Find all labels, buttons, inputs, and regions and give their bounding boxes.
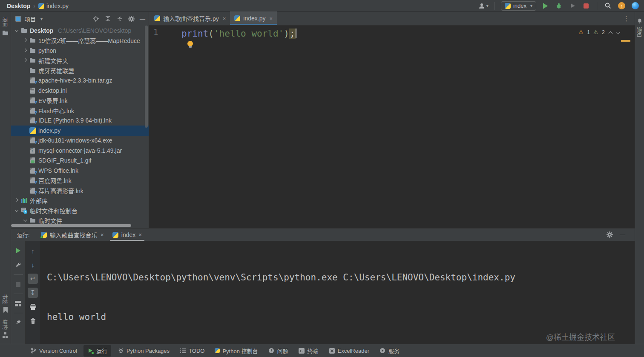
intention-lightbulb-icon[interactable] (187, 41, 193, 46)
tool-stripe-structure[interactable]: 结构 (2, 318, 9, 340)
rerun-button[interactable] (13, 246, 23, 256)
prev-occurrence-button[interactable]: ↑ (28, 246, 38, 256)
tool-stripe-bookmarks[interactable]: 书签 (2, 292, 9, 314)
user-menu[interactable]: ▾ (478, 1, 489, 11)
statusbar-item-problems[interactable]: 问题 (264, 345, 292, 357)
chevron-expanded-icon[interactable] (14, 29, 19, 33)
hide-panel-button[interactable]: — (140, 16, 145, 22)
tree-item[interactable]: ? Flash中心.lnk (11, 106, 149, 116)
tree-item-desktop[interactable]: Desktop C:\Users\LENOVO\Desktop (11, 26, 149, 36)
chevron-collapsed-icon[interactable] (23, 38, 27, 43)
print-button[interactable] (28, 302, 38, 312)
chevron-collapsed-icon[interactable] (14, 198, 19, 203)
statusbar-item-excelreader[interactable]: ExcelReader (325, 346, 373, 356)
breadcrumb-root[interactable]: Desktop (7, 3, 30, 9)
code-semicolon-warning: ; (289, 29, 296, 39)
chevron-collapsed-icon[interactable] (23, 58, 27, 63)
close-icon[interactable]: × (223, 15, 226, 22)
search-icon (604, 2, 612, 9)
statusbar-item-run[interactable]: 运行 (83, 345, 111, 357)
tree-item[interactable]: ? IDLE (Python 3.9 64-bit).lnk (11, 116, 149, 126)
tree-item-label: 临时文件和控制台 (30, 206, 78, 215)
chevron-expanded-icon[interactable] (23, 218, 27, 223)
tree-item[interactable]: ? apache-hive-2.3.3-bin.tar.gz (11, 76, 149, 86)
tree-item[interactable]: ? 百度网盘.lnk (11, 176, 149, 186)
notifications-stripe-label: 通知 (636, 27, 643, 37)
restore-layout-button[interactable] (13, 298, 23, 308)
tree-item[interactable]: 19信汉2班——席慧蕊——MapReduce (11, 36, 149, 46)
editor-tab[interactable]: 输入歌曲查找音乐.py × (150, 11, 230, 25)
tool-stripe-project[interactable]: 项目 (2, 15, 9, 38)
tree-item[interactable]: SDGIF_Rusult_1.gif (11, 156, 149, 166)
tree-item-selected[interactable]: index.py (11, 126, 149, 136)
tool-stripe-notifications[interactable]: 通知 (636, 16, 643, 39)
hide-run-panel-button[interactable]: — (620, 231, 625, 238)
panel-settings-button[interactable] (128, 16, 135, 22)
update-button[interactable]: ↑ (617, 1, 626, 11)
run-settings-button[interactable] (607, 231, 613, 238)
next-occurrence-button[interactable]: ↓ (28, 260, 38, 270)
pin-tab-button[interactable] (13, 317, 23, 328)
tree-item[interactable]: 虎牙英雄联盟 (11, 66, 149, 76)
run-button[interactable] (540, 1, 550, 11)
run-with-coverage-button[interactable] (568, 1, 577, 11)
run-config-selector[interactable]: index ▾ (501, 1, 536, 11)
tree-item-label: 外部库 (30, 196, 48, 205)
horizontal-scrollbar[interactable] (11, 224, 131, 227)
soft-wrap-button[interactable]: ↵ (28, 274, 38, 284)
stop-button[interactable] (581, 1, 591, 11)
chevron-down-icon[interactable]: ▾ (40, 17, 43, 21)
tree-item[interactable]: 新建文件夹 (11, 56, 149, 66)
image-file-icon (29, 157, 36, 164)
scroll-to-end-button[interactable]: ↧ (28, 288, 38, 298)
code-with-me-button[interactable] (630, 1, 640, 11)
vertical-scrollbar[interactable] (145, 26, 148, 128)
more-tabs-menu[interactable]: ⋮ (618, 15, 635, 23)
stop-icon (584, 3, 589, 9)
run-tab-active[interactable]: index × (108, 228, 147, 241)
next-problem-button[interactable] (616, 30, 620, 34)
clear-console-button[interactable] (28, 316, 38, 326)
unknown-badge: ? (34, 190, 37, 195)
stop-process-button-disabled[interactable] (13, 279, 23, 289)
close-icon[interactable]: × (101, 231, 104, 238)
previous-problem-button[interactable] (608, 30, 612, 34)
code-area[interactable]: print('hello world'); (181, 26, 635, 228)
editor-tab-active[interactable]: index.py × (230, 11, 277, 25)
tree-item-scratches[interactable]: 临时文件和控制台 (11, 206, 149, 216)
locate-file-button[interactable] (92, 15, 99, 22)
modify-run-config-button[interactable] (13, 260, 23, 270)
gear-icon (128, 16, 135, 22)
unknown-badge: ? (34, 80, 37, 85)
tree-item[interactable]: python (11, 46, 149, 56)
statusbar-item-python-packages[interactable]: Python Packages (114, 346, 173, 356)
statusbar-item-version-control[interactable]: Version Control (26, 346, 81, 356)
tree-item[interactable]: ? 荐片高清影音.lnk (11, 186, 149, 196)
breadcrumb-file[interactable]: index.py (46, 3, 69, 9)
close-icon[interactable]: × (269, 15, 273, 22)
chevron-collapsed-icon[interactable] (23, 49, 27, 53)
chevron-expanded-icon[interactable] (14, 208, 19, 213)
statusbar-item-terminal[interactable]: 终端 (295, 345, 322, 357)
gear-icon (607, 231, 613, 238)
search-everywhere-button[interactable] (603, 1, 612, 11)
expand-all-button[interactable] (104, 15, 111, 22)
tree-item[interactable]: mysql-connector-java-5.1.49.jar (11, 146, 149, 156)
debug-button[interactable] (554, 1, 564, 11)
close-icon[interactable]: × (138, 231, 142, 238)
inspections-widget[interactable]: ⚠ 1 ⚠ 2 (578, 29, 620, 35)
project-panel-title[interactable]: 项目 (25, 15, 36, 23)
statusbar-item-todo[interactable]: TODO (176, 346, 208, 356)
run-tab[interactable]: 输入歌曲查找音乐 × (37, 228, 108, 241)
tree-item-external-libraries[interactable]: 外部库 (11, 196, 149, 206)
tree-item[interactable]: ? EV录屏.lnk (11, 96, 149, 106)
folder-icon (29, 67, 36, 74)
statusbar-item-label: Version Control (39, 348, 77, 354)
statusbar-item-python-console[interactable]: Python 控制台 (211, 345, 262, 357)
statusbar-item-services[interactable]: 服务 (376, 345, 403, 357)
tree-item[interactable]: ? jdk-8u181-windows-x64.exe (11, 136, 149, 146)
packages-icon (118, 348, 124, 354)
collapse-all-button[interactable] (116, 15, 123, 22)
tree-item[interactable]: ? WPS Office.lnk (11, 166, 149, 176)
tree-item[interactable]: desktop.ini (11, 86, 149, 96)
